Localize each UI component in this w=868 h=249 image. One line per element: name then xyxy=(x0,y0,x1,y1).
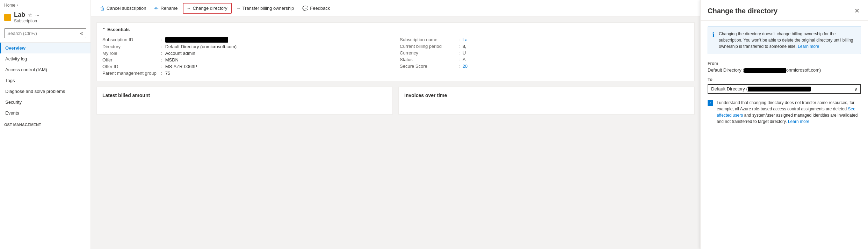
transfer-label: Transfer billing ownership xyxy=(243,6,294,11)
secure-score-link[interactable]: 20 xyxy=(463,64,468,69)
field-subscription-id: Subscription ID : xyxy=(102,36,391,43)
essentials-header: ⌃ Essentials xyxy=(102,27,689,32)
rename-label: Rename xyxy=(160,6,178,11)
cancel-label: Cancel subscription xyxy=(107,6,146,11)
transfer-button[interactable]: → Transfer billing ownership xyxy=(233,3,298,13)
checkbox-row: I understand that changing directory doe… xyxy=(708,100,861,125)
search-box[interactable]: « xyxy=(4,28,86,38)
cancel-subscription-button[interactable]: 🗑 Cancel subscription xyxy=(96,3,150,13)
breadcrumb[interactable]: Home › xyxy=(4,3,86,9)
sidebar-header: Home › Lab ☆ ··· Subscription « xyxy=(0,0,91,43)
field-status: Status : A xyxy=(400,56,689,63)
sidebar-item-security[interactable]: Security xyxy=(0,97,91,108)
rename-button[interactable]: ✏ Rename xyxy=(151,3,181,13)
diagnose-label: Diagnose and solve problems xyxy=(5,89,65,94)
field-directory: Directory : Default Directory (onmicroso… xyxy=(102,43,391,50)
events-label: Events xyxy=(5,110,19,116)
field-currency: Currency : U xyxy=(400,50,689,56)
resource-type: Subscription xyxy=(14,19,39,23)
to-directory-dropdown[interactable]: Default Directory ( ∨ xyxy=(708,84,861,94)
breadcrumb-home[interactable]: Home xyxy=(4,3,15,8)
sidebar: Home › Lab ☆ ··· Subscription « Overview… xyxy=(0,0,91,249)
sidebar-item-overview[interactable]: Overview xyxy=(0,43,91,53)
dropdown-chevron-icon: ∨ xyxy=(854,86,858,92)
card-latest-billed: Latest billed amount xyxy=(96,87,393,115)
toolbar: 🗑 Cancel subscription ✏ Rename → Change … xyxy=(91,0,700,17)
transfer-icon: → xyxy=(237,6,241,11)
checkbox-text: I understand that changing directory doe… xyxy=(717,100,861,125)
field-billing-period: Current billing period : 8, xyxy=(400,43,689,50)
section-label: ost Management xyxy=(0,118,91,128)
essentials-right: Subscription name : La Current billing p… xyxy=(400,36,689,76)
security-label: Security xyxy=(5,100,22,105)
panel-title: Change the directory xyxy=(708,7,777,15)
nav-list: Overview Activity log Access control (IA… xyxy=(0,43,91,128)
change-directory-button[interactable]: → Change directory xyxy=(183,3,232,14)
from-label: From xyxy=(708,61,861,66)
cancel-icon: 🗑 xyxy=(100,6,105,11)
change-dir-label: Change directory xyxy=(193,6,227,11)
feedback-button[interactable]: 💬 Feedback xyxy=(299,3,333,13)
overview-label: Overview xyxy=(5,45,26,51)
content-area: ⌃ Essentials Subscription ID : Directory… xyxy=(91,17,700,249)
panel-body: ℹ Changing the directory doesn't change … xyxy=(701,21,868,249)
breadcrumb-arrow: › xyxy=(17,3,18,8)
panel-close-button[interactable]: ✕ xyxy=(853,6,861,16)
resource-icon xyxy=(4,14,11,21)
info-learn-more-link[interactable]: Learn more xyxy=(798,44,819,49)
activity-log-label: Activity log xyxy=(5,56,27,61)
sidebar-item-tags[interactable]: Tags xyxy=(0,75,91,86)
panel-header: Change the directory ✕ xyxy=(701,0,868,21)
from-value: Default Directory (onmicrosoft.com) xyxy=(708,67,861,73)
favorite-icon[interactable]: ☆ xyxy=(28,12,32,18)
card-latest-billed-title: Latest billed amount xyxy=(102,93,387,98)
resource-name: Lab xyxy=(14,11,25,19)
iam-label: Access control (IAM) xyxy=(5,67,47,72)
card-invoices: Invoices over time xyxy=(398,87,695,115)
sidebar-item-events[interactable]: Events xyxy=(0,108,91,118)
search-input[interactable] xyxy=(7,31,80,36)
change-dir-icon: → xyxy=(187,6,191,11)
field-offer: Offer : MSDN xyxy=(102,57,391,63)
to-label: To xyxy=(708,77,861,82)
field-my-role: My role : Account admin xyxy=(102,50,391,57)
collapse-sidebar-button[interactable]: « xyxy=(80,30,83,36)
more-options-icon[interactable]: ··· xyxy=(35,12,39,18)
info-text: Changing the directory doesn't change bi… xyxy=(719,31,856,50)
tags-label: Tags xyxy=(5,78,15,83)
main-content: 🗑 Cancel subscription ✏ Rename → Change … xyxy=(91,0,700,249)
essentials-section: ⌃ Essentials Subscription ID : Directory… xyxy=(96,22,695,81)
field-sub-name: Subscription name : La xyxy=(400,36,689,43)
sidebar-item-activity-log[interactable]: Activity log xyxy=(0,53,91,64)
sidebar-item-iam[interactable]: Access control (IAM) xyxy=(0,64,91,75)
feedback-icon: 💬 xyxy=(302,6,308,11)
essentials-left: Subscription ID : Directory : Default Di… xyxy=(102,36,391,76)
feedback-label: Feedback xyxy=(310,6,330,11)
cards-row: Latest billed amount Invoices over time xyxy=(96,87,695,115)
info-icon: ℹ xyxy=(712,31,715,50)
sidebar-item-diagnose[interactable]: Diagnose and solve problems xyxy=(0,86,91,97)
card-invoices-title: Invoices over time xyxy=(404,93,689,98)
essentials-grid: Subscription ID : Directory : Default Di… xyxy=(102,36,689,76)
dropdown-text: Default Directory ( xyxy=(711,86,854,92)
checkbox-learn-more-link[interactable]: Learn more xyxy=(788,119,809,124)
essentials-title: Essentials xyxy=(107,27,130,32)
field-offer-id: Offer ID : MS-AZR-0063P xyxy=(102,63,391,70)
rename-icon: ✏ xyxy=(154,6,159,11)
resource-info: Lab ☆ ··· Subscription xyxy=(14,11,39,23)
resource-title-row: Lab ☆ ··· Subscription xyxy=(4,9,86,25)
right-panel: Change the directory ✕ ℹ Changing the di… xyxy=(700,0,868,249)
understand-checkbox[interactable] xyxy=(708,100,713,106)
sub-name-link[interactable]: La xyxy=(463,37,468,42)
field-parent-mgmt: Parent management group : 75 xyxy=(102,70,391,76)
info-banner: ℹ Changing the directory doesn't change … xyxy=(708,26,861,54)
field-secure-score: Secure Score : 20 xyxy=(400,63,689,69)
essentials-chevron: ⌃ xyxy=(102,28,105,31)
